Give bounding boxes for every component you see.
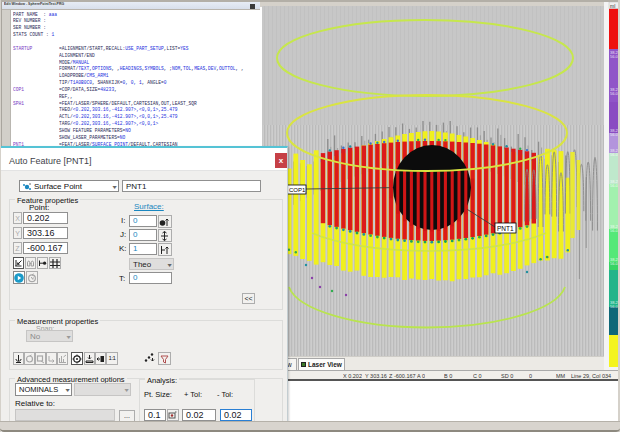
svg-text:COP1: COP1 xyxy=(289,187,306,193)
svg-text:ml: ml xyxy=(610,3,615,9)
svg-text:PNT1: PNT1 xyxy=(497,225,514,232)
